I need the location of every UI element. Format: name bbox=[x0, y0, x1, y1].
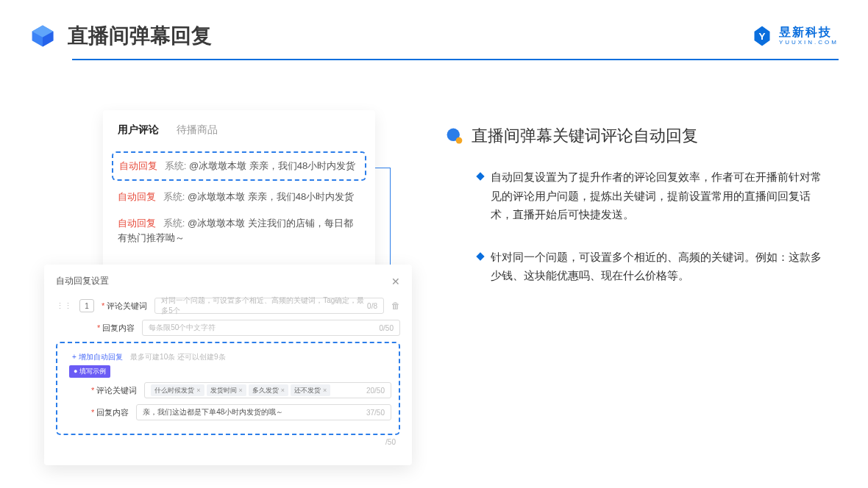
ex-keyword-counter: 20/50 bbox=[366, 387, 385, 395]
close-icon[interactable]: ✕ bbox=[391, 276, 400, 287]
system-label: 系统: bbox=[163, 191, 185, 202]
example-badge: ● 填写示例 bbox=[69, 365, 110, 378]
system-label: 系统: bbox=[165, 160, 187, 171]
keyword-tag[interactable]: 还不发货× bbox=[291, 384, 330, 396]
section-title: 直播间弹幕关键词评论自动回复 bbox=[472, 125, 698, 147]
auto-reply-settings-panel: 自动回复设置 ✕ ⋮⋮ 1 *评论关键词 对同一个问题，可设置多个相近、高频的关… bbox=[44, 265, 412, 465]
drag-handle-icon[interactable]: ⋮⋮ bbox=[56, 301, 72, 311]
tab-user-comments[interactable]: 用户评论 bbox=[118, 123, 159, 137]
page-header: 直播间弹幕回复 Y 昱新科技 YUUXIN.COM bbox=[0, 0, 868, 59]
reply-label: *回复内容 bbox=[97, 323, 135, 334]
tag-remove-icon[interactable]: × bbox=[196, 387, 200, 394]
brand: Y 昱新科技 YUUXIN.COM bbox=[751, 25, 839, 47]
form-row-keyword: ⋮⋮ 1 *评论关键词 对同一个问题，可设置多个相近、高频的关键词，Tag确定，… bbox=[56, 298, 400, 314]
ex-reply-counter: 37/50 bbox=[366, 409, 385, 417]
keyword-counter: 0/8 bbox=[367, 302, 377, 310]
section-heading: 直播间弹幕关键词评论自动回复 bbox=[445, 125, 842, 147]
header-underline bbox=[72, 59, 839, 60]
delete-icon[interactable]: 🗑 bbox=[391, 301, 400, 311]
keyword-input[interactable]: 对同一个问题，可设置多个相近、高频的关键词，Tag确定，最多5个 0/8 bbox=[154, 298, 384, 314]
right-content: 直播间弹幕关键词评论自动回复 自动回复设置为了提升作者的评论回复效率，作者可在开… bbox=[445, 125, 842, 309]
diamond-icon bbox=[476, 252, 484, 260]
diamond-icon bbox=[476, 172, 484, 180]
tag-remove-icon[interactable]: × bbox=[281, 387, 285, 394]
ex-reply-input[interactable]: 亲，我们这边都是下单48小时内发货的哦～ 37/50 bbox=[136, 404, 391, 420]
bullet-2-text: 针对同一个问题，可设置多个相近的、高频的关键词。例如：这款多少钱、这块能优惠吗、… bbox=[491, 248, 829, 285]
svg-point-5 bbox=[456, 137, 463, 144]
keyword-label: *评论关键词 bbox=[102, 301, 147, 312]
extra-counter: /50 bbox=[385, 438, 396, 446]
auto-reply-tag: 自动回复 bbox=[119, 160, 157, 171]
add-hint: 最多可建10条 还可以创建9条 bbox=[130, 353, 225, 361]
comment-row-1: 自动回复 系统: @冰墩墩本墩 亲亲，我们48小时内发货 bbox=[119, 159, 359, 173]
reply-placeholder: 每条限50个中文字符 bbox=[149, 323, 216, 333]
ex-reply-label: *回复内容 bbox=[91, 407, 129, 418]
tabs: 用户评论 待播商品 bbox=[103, 123, 375, 147]
example-box: + 增加自动回复 最多可建10条 还可以创建9条 ● 填写示例 *评论关键词 什… bbox=[56, 342, 400, 435]
add-auto-reply-link[interactable]: + 增加自动回复 bbox=[72, 353, 123, 361]
ex-keyword-tags: 什么时候发货×发货时间×多久发货×还不发货× bbox=[151, 384, 332, 396]
brand-name-cn: 昱新科技 bbox=[779, 26, 839, 38]
example-row-reply: *回复内容 亲，我们这边都是下单48小时内发货的哦～ 37/50 bbox=[65, 404, 391, 420]
bullet-1-text: 自动回复设置为了提升作者的评论回复效率，作者可在开播前针对常见的评论用户问题，提… bbox=[491, 168, 829, 224]
keyword-tag[interactable]: 什么时候发货× bbox=[151, 384, 204, 396]
keyword-placeholder: 对同一个问题，可设置多个相近、高频的关键词，Tag确定，最多5个 bbox=[161, 295, 367, 316]
comments-panel: 用户评论 待播商品 自动回复 系统: @冰墩墩本墩 亲亲，我们48小时内发货 自… bbox=[103, 110, 375, 270]
ex-reply-text: 亲，我们这边都是下单48小时内发货的哦～ bbox=[143, 407, 283, 417]
row-number: 1 bbox=[79, 299, 94, 312]
ex-keyword-label: *评论关键词 bbox=[91, 385, 137, 396]
example-row-keyword: *评论关键词 什么时候发货×发货时间×多久发货×还不发货× 20/50 bbox=[65, 382, 391, 398]
cube-icon bbox=[29, 23, 56, 49]
brand-logo-icon: Y bbox=[751, 25, 773, 47]
bullet-1: 自动回复设置为了提升作者的评论回复效率，作者可在开播前针对常见的评论用户问题，提… bbox=[445, 168, 842, 224]
page-title: 直播间弹幕回复 bbox=[68, 22, 212, 50]
auto-reply-tag: 自动回复 bbox=[118, 191, 156, 202]
left-screenshots: 用户评论 待播商品 自动回复 系统: @冰墩墩本墩 亲亲，我们48小时内发货 自… bbox=[44, 110, 419, 456]
keyword-tag[interactable]: 多久发货× bbox=[249, 384, 288, 396]
bullet-2: 针对同一个问题，可设置多个相近的、高频的关键词。例如：这款多少钱、这块能优惠吗、… bbox=[445, 248, 842, 285]
comment-row-3: 自动回复 系统: @冰墩墩本墩 关注我们的店铺，每日都有热门推荐呦～ bbox=[103, 210, 375, 251]
comment-text: @冰墩墩本墩 亲亲，我们48小时内发货 bbox=[188, 191, 354, 202]
auto-reply-tag: 自动回复 bbox=[118, 218, 156, 229]
comment-text: @冰墩墩本墩 亲亲，我们48小时内发货 bbox=[189, 160, 355, 171]
keyword-tag[interactable]: 发货时间× bbox=[207, 384, 246, 396]
tab-pending-goods[interactable]: 待播商品 bbox=[177, 123, 218, 137]
highlighted-comment-box: 自动回复 系统: @冰墩墩本墩 亲亲，我们48小时内发货 bbox=[112, 151, 366, 181]
tag-remove-icon[interactable]: × bbox=[323, 387, 327, 394]
settings-header: 自动回复设置 ✕ bbox=[56, 275, 400, 287]
tag-remove-icon[interactable]: × bbox=[239, 387, 243, 394]
bubble-icon bbox=[445, 126, 464, 146]
settings-title: 自动回复设置 bbox=[56, 275, 109, 287]
comment-row-2: 自动回复 系统: @冰墩墩本墩 亲亲，我们48小时内发货 bbox=[103, 184, 375, 210]
reply-counter: 0/50 bbox=[380, 324, 394, 332]
reply-input[interactable]: 每条限50个中文字符 0/50 bbox=[142, 320, 400, 336]
svg-text:Y: Y bbox=[758, 31, 765, 42]
system-label: 系统: bbox=[163, 218, 185, 229]
ex-keyword-input[interactable]: 什么时候发货×发货时间×多久发货×还不发货× 20/50 bbox=[144, 382, 391, 398]
brand-name-en: YUUXIN.COM bbox=[779, 40, 839, 46]
form-row-reply: *回复内容 每条限50个中文字符 0/50 bbox=[56, 320, 400, 336]
